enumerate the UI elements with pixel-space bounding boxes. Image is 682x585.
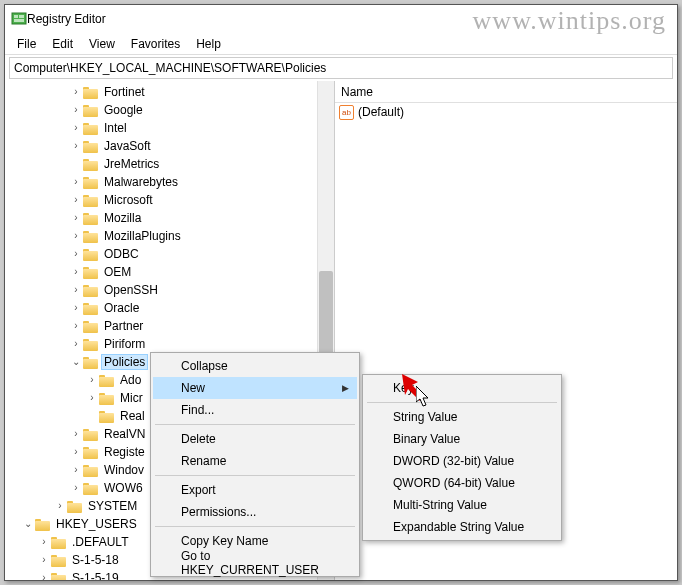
chevron-right-icon[interactable]: › <box>37 535 51 549</box>
folder-icon <box>35 518 51 531</box>
ctx-permissions[interactable]: Permissions... <box>153 501 357 523</box>
folder-icon <box>83 248 99 261</box>
tree-item-label: Fortinet <box>102 85 147 99</box>
menu-favorites[interactable]: Favorites <box>123 35 188 53</box>
tree-item[interactable]: ›Malwarebytes <box>5 173 334 191</box>
chevron-right-icon[interactable]: › <box>69 175 83 189</box>
chevron-right-icon[interactable]: › <box>85 391 99 405</box>
tree-item-label: ODBC <box>102 247 141 261</box>
list-row-default[interactable]: ab (Default) <box>335 103 677 121</box>
tree-item[interactable]: ›Microsoft <box>5 191 334 209</box>
ctx-new-expand[interactable]: Expandable String Value <box>365 516 559 538</box>
chevron-right-icon[interactable]: › <box>69 139 83 153</box>
tree-item[interactable]: ›Oracle <box>5 299 334 317</box>
tree-item[interactable]: ›Mozilla <box>5 209 334 227</box>
tree-item-label: RealVN <box>102 427 147 441</box>
folder-icon <box>83 266 99 279</box>
menu-edit[interactable]: Edit <box>44 35 81 53</box>
chevron-right-icon[interactable]: › <box>69 229 83 243</box>
chevron-right-icon[interactable]: › <box>69 85 83 99</box>
chevron-right-icon[interactable]: › <box>69 463 83 477</box>
chevron-right-icon[interactable]: › <box>85 373 99 387</box>
chevron-right-icon[interactable]: › <box>69 265 83 279</box>
chevron-right-icon[interactable]: › <box>69 193 83 207</box>
folder-icon <box>83 446 99 459</box>
ctx-goto-hkcu[interactable]: Go to HKEY_CURRENT_USER <box>153 552 357 574</box>
string-value-icon: ab <box>339 105 354 120</box>
tree-item-label: Google <box>102 103 145 117</box>
tree-item-label: OpenSSH <box>102 283 160 297</box>
chevron-right-icon[interactable]: › <box>69 427 83 441</box>
tree-item-label: Malwarebytes <box>102 175 180 189</box>
svg-rect-1 <box>14 15 18 18</box>
ctx-find[interactable]: Find... <box>153 399 357 421</box>
ctx-new[interactable]: New▶ <box>153 377 357 399</box>
folder-icon <box>83 482 99 495</box>
folder-icon <box>99 392 115 405</box>
folder-icon <box>83 158 99 171</box>
tree-item-label: Piriform <box>102 337 147 351</box>
ctx-new-string[interactable]: String Value <box>365 406 559 428</box>
chevron-right-icon[interactable]: › <box>69 445 83 459</box>
menu-view[interactable]: View <box>81 35 123 53</box>
folder-icon <box>83 194 99 207</box>
ctx-new-binary[interactable]: Binary Value <box>365 428 559 450</box>
folder-icon <box>83 86 99 99</box>
chevron-down-icon[interactable]: ⌄ <box>21 517 35 531</box>
ctx-new-multi[interactable]: Multi-String Value <box>365 494 559 516</box>
ctx-rename[interactable]: Rename <box>153 450 357 472</box>
tree-item-label: Registe <box>102 445 147 459</box>
tree-item[interactable]: ›OpenSSH <box>5 281 334 299</box>
tree-item[interactable]: ›Piriform <box>5 335 334 353</box>
folder-icon <box>51 554 67 567</box>
chevron-right-icon[interactable]: › <box>69 283 83 297</box>
address-bar[interactable]: Computer\HKEY_LOCAL_MACHINE\SOFTWARE\Pol… <box>9 57 673 79</box>
tree-item[interactable]: ›JavaSoft <box>5 137 334 155</box>
watermark-text: www.wintips.org <box>473 6 666 36</box>
menu-help[interactable]: Help <box>188 35 229 53</box>
tree-item[interactable]: JreMetrics <box>5 155 334 173</box>
tree-item-label: SYSTEM <box>86 499 139 513</box>
list-header-name[interactable]: Name <box>335 81 677 103</box>
chevron-right-icon[interactable]: › <box>69 337 83 351</box>
tree-item-label: Windov <box>102 463 146 477</box>
tree-item[interactable]: ›ODBC <box>5 245 334 263</box>
tree-item-label: WOW6 <box>102 481 145 495</box>
app-icon <box>11 10 27 29</box>
folder-icon <box>51 536 67 549</box>
chevron-right-icon[interactable]: › <box>69 211 83 225</box>
chevron-right-icon[interactable]: › <box>37 553 51 567</box>
tree-item[interactable]: ›Partner <box>5 317 334 335</box>
ctx-new-qword[interactable]: QWORD (64-bit) Value <box>365 472 559 494</box>
chevron-down-icon[interactable]: ⌄ <box>69 355 83 369</box>
ctx-export[interactable]: Export <box>153 479 357 501</box>
ctx-new-key[interactable]: Key <box>365 377 559 399</box>
folder-icon <box>83 356 99 369</box>
tree-item[interactable]: ›Fortinet <box>5 83 334 101</box>
ctx-collapse[interactable]: Collapse <box>153 355 357 377</box>
folder-icon <box>83 140 99 153</box>
chevron-right-icon[interactable]: › <box>37 571 51 580</box>
chevron-right-icon[interactable]: › <box>69 247 83 261</box>
folder-icon <box>83 284 99 297</box>
tree-item[interactable]: ›Google <box>5 101 334 119</box>
chevron-right-icon[interactable]: › <box>69 301 83 315</box>
chevron-right-icon[interactable]: › <box>69 103 83 117</box>
folder-icon <box>51 572 67 581</box>
ctx-new-dword[interactable]: DWORD (32-bit) Value <box>365 450 559 472</box>
ctx-delete[interactable]: Delete <box>153 428 357 450</box>
tree-item[interactable]: ›MozillaPlugins <box>5 227 334 245</box>
folder-icon <box>83 464 99 477</box>
chevron-right-icon[interactable]: › <box>69 481 83 495</box>
chevron-right-icon[interactable]: › <box>53 499 67 513</box>
menu-file[interactable]: File <box>9 35 44 53</box>
folder-icon <box>83 428 99 441</box>
tree-item[interactable]: ›OEM <box>5 263 334 281</box>
chevron-right-icon[interactable]: › <box>69 319 83 333</box>
submenu-arrow-icon: ▶ <box>342 383 349 393</box>
tree-item-label: Intel <box>102 121 129 135</box>
chevron-right-icon[interactable]: › <box>69 121 83 135</box>
svg-rect-3 <box>14 19 24 22</box>
tree-item[interactable]: ›Intel <box>5 119 334 137</box>
tree-item-label: Real <box>118 409 147 423</box>
